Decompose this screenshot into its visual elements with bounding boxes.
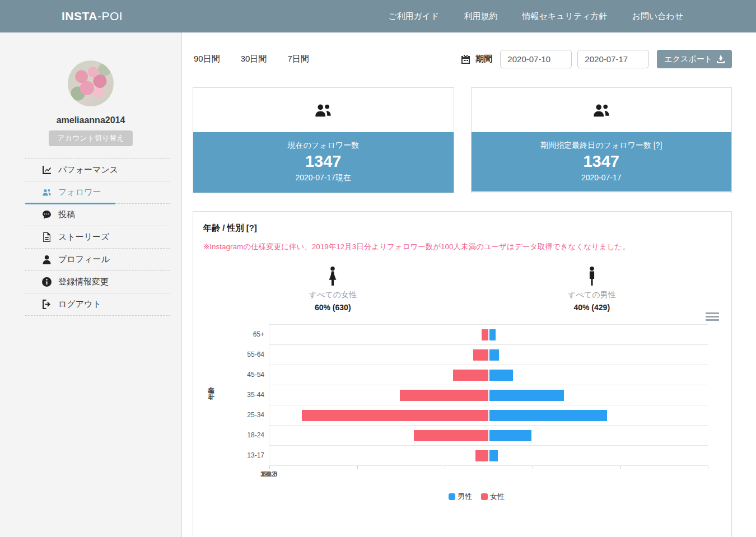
category-label: 25-34 bbox=[245, 405, 269, 425]
male-bar[interactable] bbox=[489, 329, 496, 340]
sidebar: ameliaanna2014 アカウント切り替え パフォーマンス フォロワー 投… bbox=[0, 32, 182, 537]
category-label: 18-24 bbox=[245, 425, 269, 445]
female-bar[interactable] bbox=[414, 430, 488, 441]
sidebar-item-profile[interactable]: プロフィール bbox=[25, 249, 170, 271]
category-label: 45-54 bbox=[245, 365, 269, 385]
date-to-input[interactable] bbox=[577, 50, 649, 68]
legend-label: 男性 bbox=[458, 492, 472, 502]
notice-text: ※Instagramの仕様変更に伴い、2019年12月3日分よりフォロワー数が1… bbox=[203, 242, 721, 252]
chart-row bbox=[269, 426, 708, 446]
sidebar-item-label: プロフィール bbox=[58, 254, 110, 265]
male-bar[interactable] bbox=[489, 430, 532, 441]
info-circle-icon bbox=[42, 277, 52, 287]
logo-light: -POI bbox=[97, 10, 123, 22]
y-axis-title: 年齢 bbox=[207, 386, 216, 400]
female-bar[interactable] bbox=[302, 410, 488, 421]
male-bar[interactable] bbox=[489, 410, 608, 421]
sidebar-item-logout[interactable]: ログアウト bbox=[25, 293, 170, 316]
comment-icon bbox=[42, 210, 52, 220]
chart-row bbox=[269, 405, 708, 426]
range-7d-button[interactable]: 7日間 bbox=[286, 52, 310, 67]
sidebar-item-account-info[interactable]: 登録情報変更 bbox=[25, 271, 170, 293]
male-bar[interactable] bbox=[489, 390, 564, 401]
sidebar-item-posts[interactable]: 投稿 bbox=[25, 204, 170, 226]
gender-summary-row: すべての女性 60% (630) すべての男性 40% (429) bbox=[203, 267, 721, 312]
nav-link-contact[interactable]: お問い合わせ bbox=[632, 11, 683, 22]
sidebar-item-label: ログアウト bbox=[58, 299, 101, 310]
category-label: 13-17 bbox=[245, 445, 269, 465]
section-title: 年齢 / 性別 [?] bbox=[203, 223, 721, 234]
female-bar[interactable] bbox=[475, 450, 488, 461]
sidebar-item-label: 登録情報変更 bbox=[58, 277, 109, 287]
legend-item[interactable]: 女性 bbox=[481, 492, 505, 502]
export-label: エクスポート bbox=[664, 54, 712, 64]
male-summary: すべての男性 40% (429) bbox=[463, 267, 722, 312]
legend-swatch bbox=[481, 493, 488, 500]
app-logo[interactable]: INSTA-POI bbox=[62, 10, 123, 23]
female-summary: すべての女性 60% (630) bbox=[203, 267, 463, 312]
female-bar[interactable] bbox=[473, 349, 488, 361]
sidebar-item-label: ストーリーズ bbox=[58, 232, 109, 242]
range-90d-button[interactable]: 90日間 bbox=[193, 52, 221, 67]
navbar-links: ご利用ガイド 利用規約 情報セキュリティ方針 お問い合わせ bbox=[388, 11, 683, 22]
male-bar[interactable] bbox=[489, 370, 514, 381]
logo-bold: INSTA bbox=[62, 10, 97, 22]
sidebar-item-followers[interactable]: フォロワー bbox=[25, 181, 170, 204]
users-icon bbox=[314, 103, 332, 118]
nav-link-guide[interactable]: ご利用ガイド bbox=[388, 11, 439, 22]
pyramid-chart: 年齢 65+55-6445-5435-4425-3418-2413-17 331… bbox=[203, 324, 721, 502]
female-bar[interactable] bbox=[400, 390, 488, 401]
date-from-input[interactable] bbox=[500, 50, 572, 68]
legend-item[interactable]: 男性 bbox=[449, 492, 472, 502]
chart-menu-icon[interactable] bbox=[706, 311, 719, 323]
sidebar-item-performance[interactable]: パフォーマンス bbox=[25, 158, 170, 181]
calendar-icon bbox=[461, 55, 470, 64]
card-title: 現在のフォロワー数 bbox=[193, 141, 454, 151]
file-icon bbox=[42, 232, 52, 242]
male-value: 40% (429) bbox=[463, 303, 722, 312]
chart-row bbox=[269, 345, 708, 365]
legend-label: 女性 bbox=[490, 492, 505, 502]
top-navbar: INSTA-POI ご利用ガイド 利用規約 情報セキュリティ方針 お問い合わせ bbox=[0, 0, 756, 32]
category-label: 55-64 bbox=[245, 344, 269, 365]
category-label: 65+ bbox=[245, 324, 269, 344]
sidebar-item-stories[interactable]: ストーリーズ bbox=[25, 226, 170, 249]
username: ameliaanna2014 bbox=[0, 115, 181, 125]
switch-account-button[interactable]: アカウント切り替え bbox=[49, 130, 132, 146]
chart-row bbox=[269, 446, 708, 466]
sidebar-item-label: 投稿 bbox=[58, 209, 75, 220]
period-group: 期間 エクスポート bbox=[461, 50, 732, 68]
female-bar[interactable] bbox=[482, 329, 488, 340]
logout-icon bbox=[42, 300, 52, 309]
male-label: すべての男性 bbox=[463, 290, 722, 300]
legend-swatch bbox=[449, 493, 455, 500]
category-labels: 65+55-6445-5435-4425-3418-2413-17 bbox=[245, 324, 269, 466]
profile-block: ameliaanna2014 アカウント切り替え bbox=[0, 60, 181, 146]
period-label: 期間 bbox=[475, 54, 492, 64]
male-bar[interactable] bbox=[489, 349, 500, 361]
card-value: 1347 bbox=[472, 153, 732, 171]
female-bar[interactable] bbox=[453, 370, 488, 381]
period-end-followers-card: 期間指定最終日のフォロワー数 [?] 1347 2020-07-17 bbox=[471, 87, 732, 193]
export-button[interactable]: エクスポート bbox=[657, 50, 732, 68]
chart-line-icon bbox=[42, 165, 52, 175]
chart-row bbox=[269, 365, 708, 385]
nav-link-terms[interactable]: 利用規約 bbox=[464, 11, 497, 22]
card-value: 1347 bbox=[193, 153, 454, 171]
users-icon bbox=[592, 103, 610, 118]
stat-cards: 現在のフォロワー数 1347 2020-07-17現在 期間指定最終日のフォロワ… bbox=[193, 87, 732, 193]
current-followers-card: 現在のフォロワー数 1347 2020-07-17現在 bbox=[193, 87, 454, 193]
users-icon bbox=[42, 188, 52, 197]
sidebar-nav: パフォーマンス フォロワー 投稿 ストーリーズ プロフィール 登録情報変更 bbox=[25, 158, 170, 316]
category-label: 35-44 bbox=[245, 385, 269, 405]
card-title: 期間指定最終日のフォロワー数 [?] bbox=[472, 141, 732, 151]
chart-row bbox=[269, 325, 708, 345]
nav-link-security-policy[interactable]: 情報セキュリティ方針 bbox=[522, 11, 607, 22]
age-gender-section: 年齢 / 性別 [?] ※Instagramの仕様変更に伴い、2019年12月3… bbox=[193, 211, 732, 537]
card-subtitle: 2020-07-17 bbox=[472, 173, 732, 182]
range-buttons: 90日間 30日間 7日間 bbox=[193, 52, 310, 67]
range-30d-button[interactable]: 30日間 bbox=[240, 52, 268, 67]
female-label: すべての女性 bbox=[203, 290, 463, 300]
card-subtitle: 2020-07-17現在 bbox=[193, 173, 454, 183]
male-bar[interactable] bbox=[489, 450, 498, 461]
